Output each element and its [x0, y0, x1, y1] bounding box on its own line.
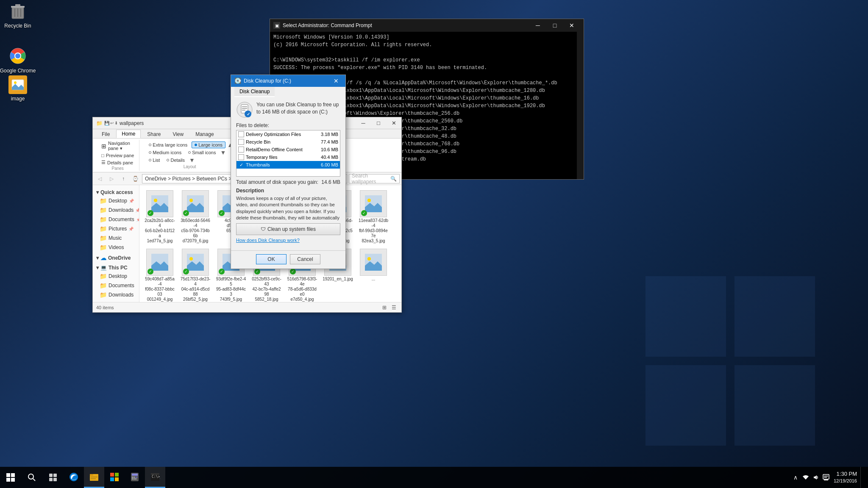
- disk-cleanup-tab[interactable]: Disk Cleanup: [234, 87, 275, 97]
- cmd-close-button[interactable]: ✕: [563, 19, 580, 32]
- svg-rect-55: [11, 473, 15, 477]
- sidebar-item-pc-desktop[interactable]: 📁 Desktop: [93, 272, 139, 281]
- file-name: 19201_en_1.jpg: [323, 277, 353, 282]
- sidebar-item-desktop[interactable]: 📁 Desktop 📌: [93, 196, 139, 205]
- cmd-maximize-button[interactable]: □: [546, 19, 563, 32]
- sidebar-item-documents[interactable]: 📁 Documents 📌: [93, 215, 139, 224]
- videos-label: Videos: [108, 244, 124, 250]
- explorer-maximize-button[interactable]: □: [371, 117, 386, 129]
- explorer-minimize-button[interactable]: ─: [356, 117, 371, 129]
- dialog-close-button[interactable]: ✕: [330, 75, 342, 87]
- cmd-scrollbar[interactable]: [577, 32, 584, 179]
- show-desktop-button[interactable]: [860, 467, 864, 488]
- cleanup-system-label: Clean up system files: [267, 226, 316, 232]
- tab-manage[interactable]: Manage: [190, 130, 219, 138]
- files-list[interactable]: Delivery Optimization Files 3.18 MB Recy…: [236, 130, 340, 177]
- recent-button[interactable]: ⌚: [130, 174, 140, 184]
- medium-icons-btn[interactable]: Medium icons: [146, 150, 184, 155]
- quick-access-header[interactable]: ▾ Quick access: [93, 187, 139, 196]
- taskbar-app-cmd[interactable]: C:\>_: [145, 467, 165, 488]
- sidebar-item-videos[interactable]: 📁 Videos: [93, 243, 139, 252]
- documents-folder-icon: 📁: [100, 216, 107, 223]
- file-name: 3b50ecdd-5646-4c5b-9704-734b6bd72079_6.j…: [180, 218, 211, 244]
- tray-volume-icon[interactable]: [812, 473, 820, 482]
- tab-view[interactable]: View: [167, 130, 189, 138]
- taskbar-app-edge[interactable]: [64, 467, 84, 488]
- dialog-titlebar[interactable]: 💽 Disk Cleanup for (C:) ✕: [231, 75, 345, 87]
- image-icon[interactable]: image: [1, 75, 35, 102]
- pc-docs-label: Documents: [108, 283, 134, 288]
- medium-label: Medium icons: [153, 150, 181, 155]
- explorer-close-button[interactable]: ✕: [386, 117, 401, 129]
- sidebar-item-pc-documents[interactable]: 📁 Documents: [93, 281, 139, 290]
- up-button[interactable]: ↑: [118, 174, 128, 184]
- tray-network-icon[interactable]: [801, 473, 810, 482]
- extra-large-icons-btn[interactable]: Extra large icons: [146, 142, 190, 148]
- file-list-item-retail[interactable]: RetailDemo Offline Content 10.6 MB: [236, 146, 340, 153]
- file-item[interactable]: ✓ 3b50ecdd-5646-4c5b-9704-734b6bd72079_6…: [178, 189, 212, 245]
- tab-share[interactable]: Share: [142, 130, 166, 138]
- recycle-checkbox[interactable]: [238, 139, 244, 145]
- file-item[interactable]: ✓ 59c408d7-a85a-4f08c-8337-bbbc03001249_…: [143, 247, 177, 302]
- small-icons-btn[interactable]: Small icons: [186, 150, 218, 155]
- layout-expand3-btn[interactable]: ▼: [189, 157, 195, 164]
- file-list-item-recycle[interactable]: Recycle Bin 77.4 MB: [236, 138, 340, 146]
- description-header: Description: [236, 188, 340, 194]
- sidebar-item-pc-downloads[interactable]: 📁 Downloads: [93, 290, 139, 299]
- tray-action-center-icon[interactable]: [822, 473, 830, 482]
- large-icons-btn[interactable]: Large icons: [192, 141, 225, 148]
- retail-checkbox[interactable]: [238, 147, 244, 152]
- delivery-checkbox[interactable]: [238, 131, 244, 137]
- ok-button[interactable]: OK: [256, 254, 287, 264]
- temp-checkbox[interactable]: [238, 154, 244, 160]
- file-item[interactable]: ✓ 2ca2b2b1-a8cc-46c6-b2e0-b1f12a1ed77a_5…: [143, 189, 177, 245]
- recycle-bin-icon[interactable]: Recycle Bin: [1, 1, 35, 29]
- file-list-item-temp[interactable]: Temporary files 40.4 MB: [236, 153, 340, 161]
- grid-view-btn[interactable]: ⊞: [380, 303, 389, 312]
- tray-arrow-icon[interactable]: ∧: [791, 473, 800, 482]
- search-box[interactable]: Search wallpapers 🔍: [349, 174, 400, 183]
- cmd-minimize-button[interactable]: ─: [529, 19, 546, 32]
- sidebar-item-downloads[interactable]: 📁 Downloads 📌: [93, 205, 139, 215]
- file-item[interactable]: ...: [356, 247, 390, 302]
- tab-home[interactable]: Home: [116, 130, 141, 138]
- taskbar-app-store[interactable]: [104, 467, 125, 488]
- details-pane-button[interactable]: ☰ Details pane: [100, 159, 136, 166]
- cleanup-system-files-button[interactable]: 🛡 Clean up system files: [236, 223, 340, 235]
- downloads-label: Downloads: [108, 207, 134, 213]
- forward-button[interactable]: ▷: [106, 174, 117, 184]
- onedrive-header[interactable]: ▾ ☁ OneDrive: [93, 252, 139, 262]
- file-item[interactable]: ✓ 11eea837-62db-4fbf-99d3-0894e7e82ea3_5…: [356, 189, 390, 245]
- dialog-buttons: OK Cancel: [231, 250, 345, 269]
- navigation-pane-button[interactable]: ⊞ Navigationpane ▾: [100, 140, 136, 152]
- file-list-item-thumbnails[interactable]: ✓ Thumbnails 6.00 MB: [236, 161, 340, 169]
- tab-file[interactable]: File: [96, 130, 115, 138]
- start-button[interactable]: [0, 467, 21, 488]
- google-chrome-icon[interactable]: Google Chrome: [1, 46, 35, 74]
- sidebar-item-music[interactable]: 📁 Music: [93, 233, 139, 243]
- cmd-line-2: (c) 2016 Microsoft Corporation. All righ…: [273, 41, 580, 49]
- this-pc-header[interactable]: ▾ 💻 This PC: [93, 262, 139, 272]
- back-button[interactable]: ◁: [95, 174, 105, 184]
- taskbar-app-explorer[interactable]: [84, 467, 104, 488]
- taskbar-app-calc[interactable]: [125, 467, 145, 488]
- cmd-titlebar[interactable]: ▣ Select Administrator: Command Prompt ─…: [270, 19, 584, 32]
- list-view-btn[interactable]: ☰: [389, 303, 398, 312]
- file-list-item-delivery[interactable]: Delivery Optimization Files 3.18 MB: [236, 130, 340, 138]
- file-item[interactable]: ✓ 75d17f33-de23-404c-a914-d5cd8826bf52_5…: [178, 247, 212, 302]
- check-badge: ✓: [183, 269, 189, 274]
- thumbnails-checkbox[interactable]: ✓: [238, 162, 244, 168]
- cancel-button[interactable]: Cancel: [290, 254, 320, 264]
- cmd-line-4: SUCCESS: The process "explorer.exe" with…: [273, 64, 580, 72]
- layout-expand2-btn[interactable]: ▼: [220, 149, 226, 156]
- task-view-button[interactable]: [42, 467, 64, 488]
- onedrive-label: OneDrive: [108, 255, 131, 261]
- preview-pane-button[interactable]: □ Preview pane: [100, 152, 136, 159]
- taskbar-search-button[interactable]: [21, 467, 42, 488]
- how-disk-cleanup-link[interactable]: How does Disk Cleanup work?: [236, 238, 340, 243]
- details-btn[interactable]: Details: [164, 157, 187, 163]
- list-btn[interactable]: List: [146, 157, 162, 163]
- tray-clock[interactable]: 1:30 PM 12/19/2016: [834, 470, 857, 485]
- pictures-label: Pictures: [108, 226, 127, 232]
- sidebar-item-pictures[interactable]: 📁 Pictures 📌: [93, 224, 139, 233]
